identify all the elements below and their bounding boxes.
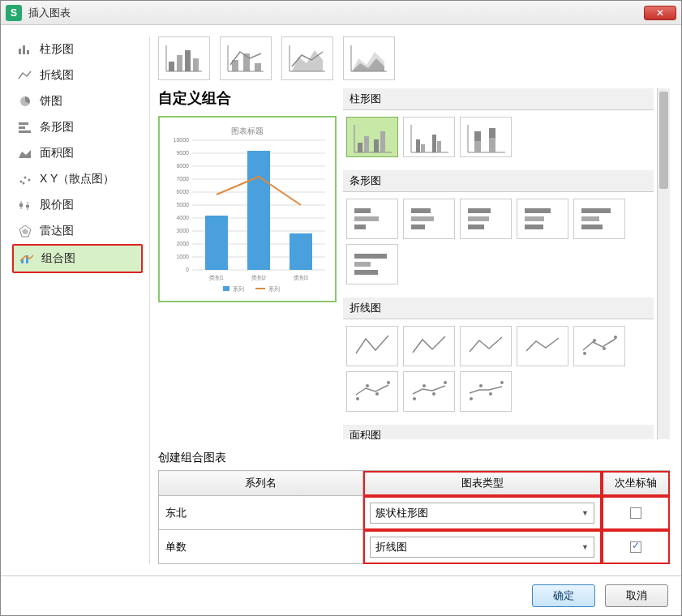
- svg-point-9: [24, 177, 27, 179]
- sidebar-item-radar-chart[interactable]: 雷达图: [12, 218, 143, 244]
- gallery-items: [343, 192, 654, 291]
- col-type-header: 图表类型: [363, 471, 602, 496]
- svg-rect-74: [374, 139, 379, 152]
- secondary-axis-checkbox[interactable]: [630, 507, 641, 519]
- svg-rect-2: [27, 50, 29, 54]
- svg-rect-80: [432, 135, 436, 152]
- svg-rect-92: [411, 216, 434, 221]
- ok-button[interactable]: 确定: [532, 584, 595, 607]
- sidebar-item-label: 饼图: [40, 94, 62, 109]
- sidebar-item-combo-chart[interactable]: 组合图: [12, 244, 143, 273]
- svg-text:类别1: 类别1: [209, 275, 224, 280]
- svg-rect-105: [354, 270, 378, 275]
- svg-rect-96: [468, 225, 484, 229]
- sidebar-item-label: 股价图: [40, 198, 74, 212]
- chart-type-cell: 折线图▼: [363, 530, 602, 564]
- svg-rect-22: [185, 50, 191, 71]
- combo-row: 东北簇状柱形图▼: [159, 496, 670, 530]
- subtype-gallery[interactable]: 柱形图条形图折线图面积图饼图: [343, 88, 657, 439]
- svg-rect-85: [474, 141, 481, 152]
- close-button[interactable]: ✕: [644, 6, 676, 20]
- gallery-subtype-thumb[interactable]: [573, 199, 625, 239]
- svg-rect-81: [437, 141, 441, 152]
- sidebar-item-line-chart[interactable]: 折线图: [12, 62, 143, 88]
- svg-text:5000: 5000: [176, 202, 189, 207]
- gallery-subtype-thumb[interactable]: [403, 371, 455, 412]
- svg-point-106: [583, 352, 586, 355]
- svg-point-116: [432, 392, 435, 396]
- svg-text:类别2: 类别2: [251, 275, 266, 280]
- gallery-subtype-thumb[interactable]: [460, 326, 512, 366]
- sidebar-item-label: 雷达图: [40, 224, 74, 238]
- svg-point-112: [375, 392, 379, 396]
- cancel-button[interactable]: 取消: [605, 584, 668, 607]
- gallery-subtype-thumb[interactable]: [346, 199, 398, 239]
- svg-rect-87: [489, 138, 495, 152]
- area-chart-icon: [17, 147, 33, 160]
- svg-text:系列: 系列: [268, 286, 280, 292]
- gallery-scrollbar[interactable]: [657, 88, 670, 439]
- svg-rect-94: [468, 208, 491, 213]
- gallery-subtype-thumb[interactable]: [403, 117, 455, 157]
- combo-preset-thumb[interactable]: [343, 36, 395, 80]
- main-panel: 自定义组合 图表标题: [158, 36, 670, 564]
- combo-row: 单数折线图▼: [159, 530, 670, 564]
- chart-type-select[interactable]: 折线图▼: [370, 537, 594, 558]
- gallery-items: [343, 319, 654, 418]
- gallery-subtype-thumb[interactable]: [346, 244, 398, 284]
- secondary-axis-checkbox[interactable]: [630, 541, 641, 553]
- gallery-subtype-thumb[interactable]: [460, 117, 512, 157]
- svg-rect-61: [247, 151, 270, 270]
- svg-text:2000: 2000: [176, 241, 189, 246]
- gallery-subtype-thumb[interactable]: [403, 326, 455, 366]
- gallery-subtype-thumb[interactable]: [346, 326, 398, 366]
- svg-rect-28: [255, 63, 261, 71]
- chevron-down-icon: ▼: [581, 509, 589, 517]
- sidebar-item-stock-chart[interactable]: 股价图: [12, 192, 143, 218]
- titlebar: S 插入图表 ✕: [1, 1, 681, 25]
- gallery-subtype-thumb[interactable]: [346, 117, 398, 157]
- chart-type-cell: 簇状柱形图▼: [363, 496, 602, 530]
- sidebar-item-pie-chart[interactable]: 饼图: [12, 88, 143, 114]
- sidebar-item-label: 条形图: [40, 120, 74, 135]
- gallery-subtype-thumb[interactable]: [460, 371, 512, 412]
- svg-text:4000: 4000: [176, 215, 189, 220]
- gallery-category-header: 条形图: [343, 170, 654, 192]
- gallery-subtype-thumb[interactable]: [517, 199, 568, 239]
- sidebar-item-scatter-chart[interactable]: X Y（散点图）: [12, 166, 143, 192]
- scrollbar-thumb[interactable]: [659, 92, 668, 189]
- sidebar-item-label: X Y（散点图）: [40, 172, 114, 186]
- combo-preset-thumb[interactable]: [220, 36, 272, 80]
- svg-rect-99: [525, 225, 543, 229]
- sidebar-item-label: 面积图: [40, 146, 74, 160]
- svg-rect-5: [19, 126, 25, 129]
- gallery-category-header: 柱形图: [343, 88, 654, 110]
- secondary-axis-cell: [602, 496, 670, 530]
- svg-point-115: [422, 384, 426, 387]
- svg-text:1000: 1000: [176, 254, 189, 259]
- gallery-subtype-thumb[interactable]: [460, 199, 512, 239]
- chart-type-select[interactable]: 簇状柱形图▼: [370, 503, 594, 524]
- gallery-subtype-thumb[interactable]: [573, 326, 625, 366]
- content-split: 自定义组合 图表标题: [158, 88, 670, 439]
- gallery-subtype-thumb[interactable]: [346, 371, 398, 412]
- chart-category-sidebar: 柱形图折线图饼图条形图面积图X Y（散点图）股价图雷达图组合图: [12, 36, 150, 564]
- svg-rect-73: [364, 136, 369, 152]
- combo-preset-thumb[interactable]: [281, 36, 333, 80]
- svg-rect-88: [354, 208, 371, 213]
- sidebar-item-column-chart[interactable]: 柱形图: [12, 36, 143, 62]
- gallery-category: 柱形图: [343, 88, 654, 164]
- chevron-down-icon: ▼: [581, 543, 589, 551]
- svg-rect-104: [354, 262, 371, 267]
- svg-text:10000: 10000: [174, 137, 190, 143]
- gallery-subtype-thumb[interactable]: [403, 199, 455, 239]
- combo-table-section: 创建组合图表 系列名 图表类型 次坐标轴 东北簇状柱形图▼单数折线图▼: [158, 451, 670, 564]
- sidebar-item-area-chart[interactable]: 面积图: [12, 140, 143, 166]
- sidebar-item-bar-chart[interactable]: 条形图: [12, 114, 143, 140]
- svg-rect-79: [421, 144, 425, 152]
- pie-chart-icon: [17, 95, 33, 108]
- gallery-subtype-thumb[interactable]: [517, 326, 568, 366]
- combo-preset-thumb[interactable]: [158, 36, 210, 80]
- combo-table: 系列名 图表类型 次坐标轴 东北簇状柱形图▼单数折线图▼: [158, 470, 670, 564]
- svg-point-121: [500, 381, 504, 384]
